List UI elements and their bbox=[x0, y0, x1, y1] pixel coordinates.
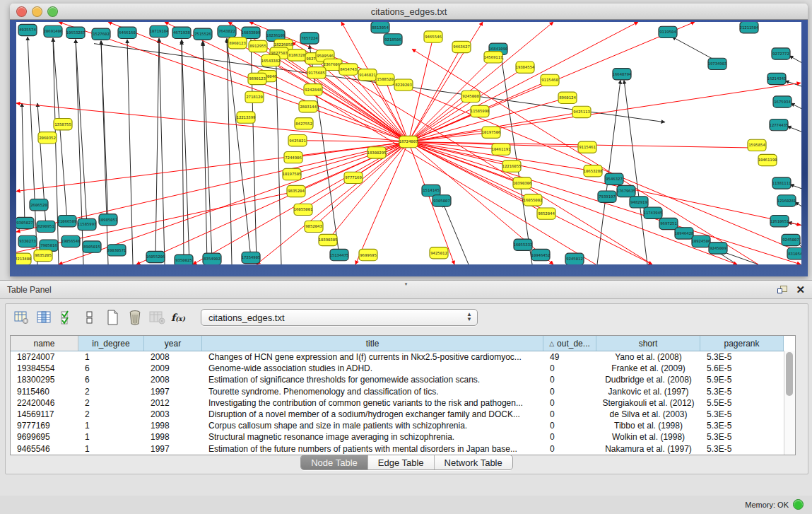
graph-node[interactable]: 9119504 bbox=[659, 26, 677, 37]
graph-node[interactable]: 1675934 bbox=[773, 96, 792, 107]
row-select-check-icon[interactable] bbox=[58, 308, 76, 327]
graph-node[interactable]: 12216055 bbox=[502, 160, 522, 172]
graph-node[interactable]: 9777169 bbox=[344, 172, 363, 183]
scrollbar-thumb[interactable] bbox=[786, 352, 793, 396]
graph-node[interactable]: 9852043 bbox=[305, 221, 323, 232]
graph-node[interactable]: 8454743 bbox=[339, 64, 358, 75]
close-panel-icon[interactable]: ✕ bbox=[796, 284, 805, 295]
graph-node[interactable]: 9146821 bbox=[358, 69, 377, 81]
graph-node[interactable]: 16033809 bbox=[242, 27, 261, 38]
graph-node[interactable]: 9245008 bbox=[461, 90, 480, 102]
table-panel-titlebar[interactable]: ▾ Table Panel ✕ bbox=[0, 281, 812, 299]
graph-node[interactable]: 18724007 bbox=[399, 136, 418, 147]
graph-node[interactable]: 10390306 bbox=[513, 177, 532, 189]
graph-node[interactable]: 9835204 bbox=[287, 185, 305, 197]
graph-node[interactable]: 12774435 bbox=[770, 119, 789, 130]
table-settings-icon[interactable] bbox=[13, 308, 31, 327]
column-header-pagerank[interactable]: pagerank bbox=[700, 336, 784, 351]
table-row[interactable]: 969969511998Structural magnetic resonanc… bbox=[11, 431, 795, 443]
graph-node[interactable]: 8912955 bbox=[249, 40, 267, 52]
graph-node[interactable]: 9242848 bbox=[304, 84, 322, 95]
graph-node[interactable]: 9425113 bbox=[572, 106, 591, 117]
graph-node[interactable]: 9425012 bbox=[430, 247, 448, 259]
graph-node[interactable]: 10461190 bbox=[758, 154, 777, 165]
graph-node[interactable]: 21066509 bbox=[58, 216, 77, 227]
column-header-in-degree[interactable]: in_degree bbox=[78, 336, 144, 351]
tab-network-table[interactable]: Network Table bbox=[435, 455, 512, 469]
graph-node[interactable]: 2718120 bbox=[245, 91, 264, 103]
graph-node[interactable]: 9305007 bbox=[433, 195, 451, 206]
function-builder-icon[interactable]: f(x) bbox=[171, 312, 185, 323]
graph-node[interactable]: 8960124 bbox=[558, 92, 577, 103]
table-row[interactable]: 2242004622012Investigating the contribut… bbox=[11, 397, 795, 409]
table-row[interactable]: 1456911722003Disruption of a novel membe… bbox=[11, 409, 795, 420]
table-row[interactable]: 946554611997Estimation of the future num… bbox=[11, 443, 795, 455]
graph-node[interactable]: 8960123 bbox=[228, 37, 247, 49]
graph-node[interactable]: 10390305 bbox=[319, 234, 338, 245]
graph-node[interactable]: 11585997 bbox=[78, 218, 97, 230]
graph-node[interactable]: 2606520 bbox=[30, 199, 48, 211]
graph-node[interactable]: 9425021 bbox=[288, 135, 307, 146]
graph-node[interactable]: 10197506 bbox=[482, 127, 501, 138]
graph-node[interactable]: 9482919 bbox=[630, 197, 648, 208]
table-row[interactable]: 977716911998Corpus callosum shape and si… bbox=[11, 420, 795, 431]
graph-node[interactable]: 16214343 bbox=[767, 73, 787, 84]
citation-network-graph[interactable]: 4935574206914061065328715276026466160107… bbox=[16, 22, 801, 264]
trash-icon[interactable] bbox=[126, 308, 144, 327]
graph-node[interactable]: 16055001 bbox=[294, 204, 313, 215]
graph-node[interactable]: 6466160 bbox=[118, 27, 136, 38]
graph-node[interactable]: 1527602 bbox=[92, 28, 110, 40]
graph-node[interactable]: 9697251 bbox=[659, 218, 678, 229]
column-header-short[interactable]: short bbox=[596, 336, 700, 351]
graph-node[interactable]: 18300295 bbox=[367, 147, 387, 158]
graph-node[interactable]: 12213399 bbox=[237, 112, 256, 123]
graph-node[interactable]: 12610651 bbox=[770, 216, 789, 227]
graph-node[interactable]: 10197505 bbox=[283, 168, 302, 180]
graph-node[interactable]: 8186328 bbox=[288, 49, 306, 61]
graph-node[interactable]: 8354902 bbox=[203, 253, 221, 264]
network-canvas[interactable]: 4935574206914061065328715276026466160107… bbox=[16, 22, 801, 264]
graph-node[interactable]: 9245009 bbox=[709, 243, 727, 254]
graph-node[interactable]: 8290951 bbox=[37, 221, 55, 232]
tab-edge-table[interactable]: Edge Table bbox=[368, 455, 435, 469]
panel-divider-arrow-icon[interactable]: ▾ bbox=[405, 281, 408, 287]
column-header-title[interactable]: title bbox=[202, 336, 543, 351]
graph-node[interactable]: 9245012 bbox=[565, 253, 584, 264]
graph-node[interactable]: 16055206 bbox=[146, 251, 165, 262]
graph-node[interactable]: 8220203 bbox=[394, 79, 413, 90]
graph-node[interactable]: 19384554 bbox=[516, 62, 536, 73]
graph-node[interactable]: 14569117 bbox=[484, 52, 503, 63]
graph-node[interactable]: 9465546 bbox=[424, 31, 442, 42]
graph-node[interactable]: 1588520 bbox=[376, 74, 394, 85]
graph-node[interactable]: 7515526 bbox=[194, 28, 212, 40]
graph-node[interactable]: 9699695 bbox=[359, 249, 377, 260]
graph-node[interactable]: 4671938 bbox=[172, 27, 191, 38]
graph-node[interactable]: 11585998 bbox=[471, 105, 490, 117]
graph-node[interactable]: 15134475 bbox=[330, 249, 349, 260]
float-window-icon[interactable] bbox=[777, 286, 787, 294]
graph-node[interactable]: 10924506 bbox=[692, 235, 711, 247]
delete-table-icon[interactable] bbox=[148, 308, 167, 327]
graph-node[interactable]: 7244906 bbox=[284, 151, 302, 163]
graph-node[interactable]: 12160281 bbox=[777, 195, 796, 206]
window-titlebar[interactable]: citations_edges.txt bbox=[10, 4, 808, 20]
column-select-icon[interactable] bbox=[35, 308, 54, 327]
graph-node[interactable]: 10946428 bbox=[675, 228, 694, 239]
graph-node[interactable]: 9890123 bbox=[248, 73, 266, 84]
graph-node[interactable]: 4935574 bbox=[18, 24, 37, 35]
graph-node[interactable]: 8427552 bbox=[295, 118, 313, 129]
graph-node[interactable]: 8310542 bbox=[787, 248, 801, 259]
graph-node[interactable]: 8905015 bbox=[83, 241, 101, 252]
graph-node[interactable]: 19056548 bbox=[61, 235, 81, 247]
graph-node[interactable]: 2060352 bbox=[38, 132, 57, 144]
column-header-year[interactable]: year bbox=[144, 336, 202, 351]
graph-node[interactable]: 10461191 bbox=[492, 144, 511, 155]
graph-node[interactable]: 7939197 bbox=[598, 191, 616, 202]
graph-node[interactable]: 10985051 bbox=[99, 214, 118, 226]
graph-node[interactable]: 7643822 bbox=[218, 25, 236, 37]
graph-node[interactable]: 7857224 bbox=[300, 33, 319, 44]
graph-node[interactable]: 9463627 bbox=[452, 41, 471, 52]
tab-node-table[interactable]: Node Table bbox=[301, 455, 368, 469]
graph-node[interactable]: 9350025 bbox=[175, 255, 193, 264]
graph-node[interactable]: 9330273 bbox=[18, 235, 37, 247]
